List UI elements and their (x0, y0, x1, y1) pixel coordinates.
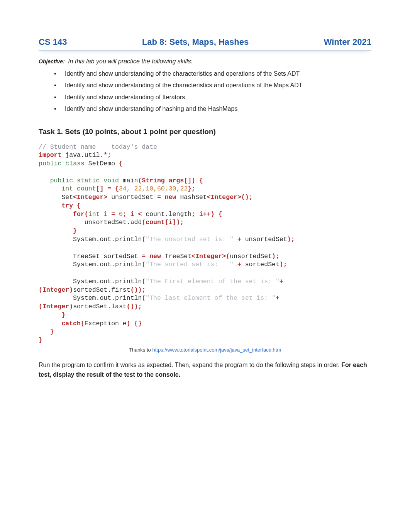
punct: } (39, 337, 42, 344)
code-str: "The First element of the set is: " (146, 278, 280, 285)
code-str: "The sorted set is: " (146, 261, 234, 268)
punct: + (276, 294, 280, 302)
run-text: Run the program to confirm it works as e… (39, 362, 341, 368)
code-block: // Student name today's date import java… (39, 143, 371, 345)
code-text: sortedSet.last (73, 303, 127, 310)
punct: } (39, 311, 65, 319)
list-item: Identify and show understanding of Itera… (54, 92, 371, 103)
punct: ( (142, 294, 146, 302)
code-text: sortedSet (245, 261, 280, 268)
thanks-link[interactable]: https://www.tutorialspoint.com/java/java… (152, 347, 281, 353)
punct: (count[i]); (142, 219, 184, 226)
code-text: unsortedSet (107, 194, 157, 201)
list-item: Identify and show understanding of the c… (54, 80, 371, 91)
punct: ; i (123, 211, 138, 218)
kw: public (39, 160, 61, 167)
code-text: Exception e (85, 320, 127, 327)
punct: (String args[]) { (138, 177, 203, 184)
thanks-prefix: Thanks to (129, 347, 152, 353)
code-text: Set (39, 194, 73, 201)
code-text: SetDemo (85, 160, 119, 167)
code-str: "The unsorted set is: " (146, 236, 234, 243)
code-text: java.util (61, 151, 100, 159)
kw: new (149, 253, 161, 260)
punct: (Integer) (39, 303, 73, 310)
punct: + (234, 236, 245, 243)
lab-title: Lab 8: Sets, Maps, Hashes (142, 37, 249, 47)
punct: ( (142, 236, 146, 243)
punct: ) {} (127, 320, 142, 327)
code-text: count.length (146, 211, 191, 218)
task-heading: Task 1. Sets (10 points, about 1 point p… (39, 127, 371, 136)
kw: for( (39, 211, 88, 218)
attribution: Thanks to https://www.tutorialspoint.com… (39, 347, 371, 353)
code-text: unsortedSet (230, 253, 272, 260)
objective-text: In this lab you will practice the follow… (68, 58, 193, 65)
punct: ); (287, 236, 295, 243)
punct: { (119, 160, 123, 167)
document-page: CS 143 Lab 8: Sets, Maps, Hashes Winter … (0, 0, 410, 395)
code-text: sortedSet.first (73, 286, 130, 294)
code-text: HashSet (176, 194, 207, 201)
punct: ( (142, 261, 146, 268)
punct: <Integer>(); (207, 194, 253, 201)
code-text: int count (39, 185, 96, 192)
list-item: Identify and show understanding of hashi… (54, 103, 371, 115)
punct: <Integer> (73, 194, 107, 201)
punct: }; (188, 185, 195, 192)
punct: + (280, 278, 283, 285)
code-comment: // Student name today's date (39, 143, 157, 151)
kw: import (39, 151, 61, 159)
punct: < (138, 211, 146, 218)
header-bar: CS 143 Lab 8: Sets, Maps, Hashes Winter … (39, 35, 371, 51)
punct: ); (280, 261, 287, 268)
code-text: System.out.println (39, 261, 142, 268)
code-num: 34, 22,10,60,30,22 (119, 185, 188, 192)
punct: = (111, 211, 119, 218)
code-text: int i (88, 211, 111, 218)
code-text: TreeSet (161, 253, 191, 260)
punct: = (157, 194, 165, 201)
code-text: System.out.println (39, 294, 142, 302)
code-text: System.out.println (39, 236, 142, 243)
code-text: TreeSet sortedSet (39, 253, 142, 260)
kw: new (165, 194, 176, 201)
punct: ()); (130, 286, 146, 294)
course-code: CS 143 (39, 37, 67, 47)
code-text: System.out.println (39, 278, 142, 285)
punct: } (39, 328, 54, 335)
punct: .*; (100, 151, 111, 159)
kw: class (61, 160, 84, 167)
punct: } (39, 227, 77, 235)
punct: ); (272, 253, 280, 260)
punct: ; i (191, 211, 203, 218)
kw: try { (39, 202, 81, 209)
code-text: unsortedSet (245, 236, 287, 243)
kw: catch( (39, 320, 85, 327)
code-str: "The last element of the set is: " (146, 294, 276, 302)
code-text: main (119, 177, 138, 184)
punct: + (234, 261, 245, 268)
punct: ()); (127, 303, 142, 310)
list-item: Identify and show understanding of the c… (54, 68, 371, 80)
objective-bullets: Identify and show understanding of the c… (39, 68, 371, 115)
punct: ( (142, 278, 146, 285)
term: Winter 2021 (324, 37, 371, 47)
code-text: unsortedSet.add (39, 219, 142, 226)
punct: [] = { (96, 185, 119, 192)
punct: = (142, 253, 149, 260)
punct: <Integer>( (191, 253, 230, 260)
punct: ++) { (203, 211, 222, 218)
kw: public static void (39, 177, 119, 184)
objective-line: Objective: In this lab you will practice… (39, 58, 371, 65)
code-num: 0 (119, 211, 123, 218)
punct: (Integer) (39, 286, 73, 294)
objective-label: Objective: (39, 58, 65, 65)
run-instructions: Run the program to confirm it works as e… (39, 360, 371, 380)
